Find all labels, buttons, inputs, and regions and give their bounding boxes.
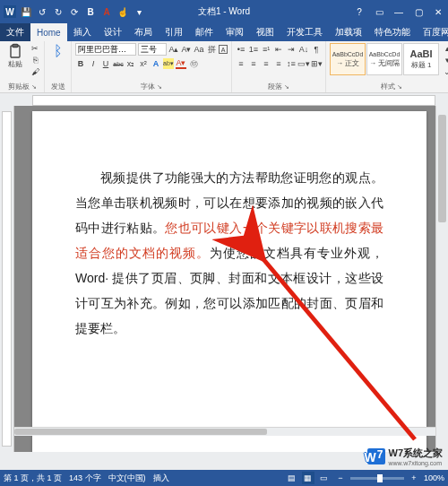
vertical-scrollbar[interactable] <box>435 106 448 452</box>
window-controls: ? ▭ — ▢ ✕ <box>349 0 448 23</box>
change-case-icon[interactable]: Aa <box>194 44 204 55</box>
copy-icon[interactable]: ⎘ <box>30 55 40 65</box>
styles-dialog-launcher-icon[interactable]: ↘ <box>397 83 402 91</box>
bullets-icon[interactable]: •≡ <box>236 44 246 55</box>
char-border-icon[interactable]: A <box>219 45 228 54</box>
multilevel-list-icon[interactable]: ≡¹ <box>261 44 271 55</box>
vertical-scrollbar-thumb[interactable] <box>438 115 446 222</box>
qat-redo-icon[interactable]: ↻ <box>52 5 65 18</box>
maximize-icon[interactable]: ▢ <box>409 0 428 23</box>
cut-icon[interactable]: ✂ <box>30 43 40 54</box>
clipboard-dialog-launcher-icon[interactable]: ↘ <box>31 83 37 91</box>
tab-special[interactable]: 特色功能 <box>368 23 417 41</box>
watermark-url: www.w7xitong.com <box>389 460 444 466</box>
horizontal-scrollbar[interactable] <box>14 427 435 436</box>
subscript-icon[interactable]: x₂ <box>125 58 136 69</box>
numbering-icon[interactable]: 1≡ <box>248 44 259 55</box>
group-styles: AaBbCcDd → 正文 AaBbCcDd → 无间隔 AaBI 标题 1 ▴… <box>326 41 448 92</box>
tab-layout[interactable]: 布局 <box>128 23 159 41</box>
style-heading1[interactable]: AaBI 标题 1 <box>403 43 439 75</box>
qat-undo-icon[interactable]: ↺ <box>36 5 48 18</box>
styles-scroll-down-icon[interactable]: ▾ <box>442 55 448 65</box>
qat-more-icon[interactable]: ▾ <box>133 5 145 18</box>
vertical-ruler[interactable] <box>0 106 14 452</box>
group-bluetooth: ᛒ 发送 <box>45 41 72 92</box>
enclose-char-icon[interactable]: ㊞ <box>188 58 199 69</box>
status-language[interactable]: 中文(中国) <box>108 473 146 484</box>
tab-developer[interactable]: 开发工具 <box>280 23 329 41</box>
title-bar: W 💾 ↺ ↻ ⟳ B A ☝ ▾ 文档1 - Word ? ▭ — ▢ ✕ <box>0 0 448 23</box>
tab-home[interactable]: Home <box>30 23 67 41</box>
show-marks-icon[interactable]: ¶ <box>311 44 322 55</box>
view-read-mode-icon[interactable]: ▤ <box>286 472 298 484</box>
tab-addins[interactable]: 加载项 <box>329 23 368 41</box>
phonetic-guide-icon[interactable]: 拼 <box>206 44 217 55</box>
tab-references[interactable]: 引用 <box>159 23 189 41</box>
tab-baidu[interactable]: 百度网盘 <box>417 23 448 41</box>
tab-review[interactable]: 审阅 <box>220 23 250 41</box>
shrink-font-icon[interactable]: A▾ <box>181 44 192 55</box>
increase-indent-icon[interactable]: ⇥ <box>286 44 297 55</box>
horizontal-ruler[interactable] <box>32 95 435 106</box>
format-painter-icon[interactable]: 🖌 <box>30 66 40 77</box>
italic-icon[interactable]: I <box>88 58 99 69</box>
qat-touch-icon[interactable]: ☝ <box>116 5 129 18</box>
document-paragraph[interactable]: 视频提供了功能强大的方法帮助您证明您的观点。当您单击联机视频时，可以在想要添加的… <box>75 165 383 341</box>
styles-expand-icon[interactable]: ⌄ <box>442 66 448 77</box>
tab-mailings[interactable]: 邮件 <box>189 23 220 41</box>
zoom-percent[interactable]: 100% <box>424 473 444 482</box>
align-left-icon[interactable]: ≡ <box>236 58 246 69</box>
horizontal-scrollbar-thumb[interactable] <box>14 429 267 435</box>
tab-file[interactable]: 文件 <box>0 23 30 41</box>
qat-save-icon[interactable]: 💾 <box>20 5 32 18</box>
zoom-in-icon[interactable]: + <box>408 472 420 484</box>
document-page[interactable]: 视频提供了功能强大的方法帮助您证明您的观点。当您单击联机视频时，可以在想要添加的… <box>32 111 426 452</box>
qat-bold-icon[interactable]: B <box>84 5 97 18</box>
view-print-layout-icon[interactable]: ▦ <box>302 472 314 484</box>
styles-scroll-up-icon[interactable]: ▴ <box>442 43 448 54</box>
status-insert-mode[interactable]: 插入 <box>153 473 169 484</box>
tab-view[interactable]: 视图 <box>250 23 280 41</box>
style-normal[interactable]: AaBbCcDd → 正文 <box>330 43 366 75</box>
underline-icon[interactable]: U <box>100 58 111 69</box>
qat-refresh-icon[interactable]: ⟳ <box>68 5 81 18</box>
strike-icon[interactable]: abc <box>113 58 124 69</box>
paragraph-dialog-launcher-icon[interactable]: ↘ <box>284 83 289 91</box>
help-icon[interactable]: ? <box>349 0 369 23</box>
bluetooth-send-button[interactable]: ᛒ <box>48 43 67 59</box>
qat-red-a-icon[interactable]: A <box>100 5 113 18</box>
tab-insert[interactable]: 插入 <box>67 23 98 41</box>
align-justify-icon[interactable]: ≡ <box>273 58 284 69</box>
tab-design[interactable]: 设计 <box>98 23 128 41</box>
status-word-count[interactable]: 143 个字 <box>69 473 101 484</box>
ribbon-display-options-icon[interactable]: ▭ <box>369 0 389 23</box>
font-size-combo[interactable] <box>138 43 167 56</box>
zoom-slider[interactable] <box>350 477 404 480</box>
sort-icon[interactable]: A↓ <box>298 44 309 55</box>
font-color-icon[interactable]: A▾ <box>176 58 186 69</box>
bold-icon[interactable]: B <box>75 58 86 69</box>
font-dialog-launcher-icon[interactable]: ↘ <box>157 83 162 91</box>
grow-font-icon[interactable]: A▴ <box>168 44 179 55</box>
font-name-combo[interactable] <box>75 43 136 56</box>
align-center-icon[interactable]: ≡ <box>248 58 259 69</box>
text-effects-icon[interactable]: A <box>151 58 161 69</box>
decrease-indent-icon[interactable]: ⇤ <box>273 44 284 55</box>
style-no-spacing[interactable]: AaBbCcDd → 无间隔 <box>366 43 402 75</box>
group-bluetooth-label: 发送 <box>48 82 67 91</box>
group-clipboard-label: 剪贴板 <box>8 82 30 91</box>
close-icon[interactable]: ✕ <box>428 0 448 23</box>
borders-icon[interactable]: ⊞▾ <box>311 58 322 69</box>
minimize-icon[interactable]: — <box>389 0 409 23</box>
zoom-slider-thumb[interactable] <box>377 474 383 482</box>
view-web-layout-icon[interactable]: ▭ <box>318 472 331 484</box>
status-page[interactable]: 第 1 页，共 1 页 <box>4 473 62 484</box>
align-right-icon[interactable]: ≡ <box>261 58 271 69</box>
superscript-icon[interactable]: x² <box>138 58 149 69</box>
zoom-out-icon[interactable]: − <box>334 472 347 484</box>
paste-button[interactable]: 粘贴 <box>4 43 27 68</box>
bluetooth-icon: ᛒ <box>54 43 63 59</box>
shading-icon[interactable]: ▭▾ <box>298 58 309 69</box>
highlight-icon[interactable]: ab▾ <box>163 58 174 69</box>
line-spacing-icon[interactable]: ↕≡ <box>286 58 297 69</box>
